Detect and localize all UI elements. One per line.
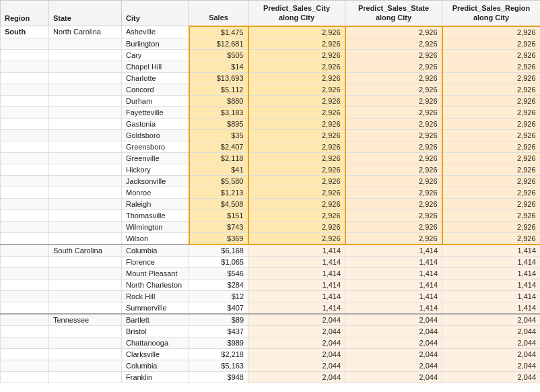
pred3-cell: 2,926 [442, 232, 541, 244]
sales-cell: $13,693 [189, 72, 248, 84]
state-cell [49, 164, 122, 175]
state-cell [49, 106, 122, 118]
table-row: Thomasville$1512,9262,9262,926 [1, 209, 541, 221]
sales-cell: $3,183 [189, 106, 248, 118]
region-cell [1, 279, 49, 290]
state-cell [49, 267, 122, 279]
pred2-cell: 1,414 [345, 290, 442, 302]
table-row: Bristol$4372,0442,0442,044 [1, 325, 541, 337]
pred1-cell: 1,414 [248, 290, 345, 302]
table-row: Goldsboro$352,9262,9262,926 [1, 129, 541, 141]
pred2-cell: 2,044 [345, 371, 442, 383]
sales-cell: $437 [189, 325, 248, 337]
region-cell [1, 302, 49, 314]
table-row: Charlotte$13,6932,9262,9262,926 [1, 72, 541, 84]
pred2-cell: 2,044 [345, 314, 442, 326]
pred1-cell: 2,926 [248, 84, 345, 95]
pred1-cell: 2,926 [248, 26, 345, 38]
pred2-cell: 2,926 [345, 187, 442, 198]
pred2-cell: 2,926 [345, 129, 442, 141]
pred3-cell: 2,926 [442, 152, 541, 164]
state-cell [49, 325, 122, 337]
pred2-cell: 2,044 [345, 325, 442, 337]
region-cell [1, 95, 49, 106]
pred3-cell: 2,926 [442, 129, 541, 141]
city-cell: Charlotte [122, 72, 189, 84]
city-cell: Chapel Hill [122, 61, 189, 72]
city-cell: Durham [122, 95, 189, 106]
pred2-cell: 2,926 [345, 95, 442, 106]
region-cell [1, 164, 49, 175]
pred1-cell: 1,414 [248, 267, 345, 279]
table-row: Wilmington$7432,9262,9262,926 [1, 221, 541, 232]
pred3-cell: 2,926 [442, 118, 541, 129]
col-header-state: State [49, 1, 122, 26]
pred2-cell: 2,926 [345, 221, 442, 232]
sales-cell: $151 [189, 209, 248, 221]
pred2-cell: 1,414 [345, 302, 442, 314]
pred1-cell: 2,926 [248, 232, 345, 244]
region-cell [1, 187, 49, 198]
sales-cell: $1,475 [189, 26, 248, 38]
sales-cell: $2,218 [189, 348, 248, 360]
pred2-cell: 2,926 [345, 164, 442, 175]
sales-cell: $895 [189, 118, 248, 129]
city-cell: Columbia [122, 360, 189, 371]
table-row: South CarolinaColumbia$6,1681,4141,4141,… [1, 244, 541, 257]
pred2-cell: 2,926 [345, 232, 442, 244]
city-cell: Wilmington [122, 221, 189, 232]
city-cell: Columbia [122, 244, 189, 257]
city-cell: Summerville [122, 302, 189, 314]
table-row: Wilson$3692,9262,9262,926 [1, 232, 541, 244]
region-cell [1, 348, 49, 360]
region-cell [1, 360, 49, 371]
region-cell [1, 221, 49, 232]
col-header-pred2: Predict_Sales_State along City [345, 1, 442, 26]
state-cell [49, 337, 122, 348]
pred1-cell: 2,044 [248, 325, 345, 337]
pred3-cell: 2,044 [442, 337, 541, 348]
region-cell [1, 232, 49, 244]
table-row: Concord$5,1122,9262,9262,926 [1, 84, 541, 95]
pred1-cell: 2,926 [248, 49, 345, 61]
state-cell [49, 221, 122, 232]
sales-cell: $989 [189, 337, 248, 348]
pred2-cell: 2,044 [345, 348, 442, 360]
region-cell [1, 198, 49, 209]
state-cell [49, 279, 122, 290]
region-cell [1, 267, 49, 279]
region-cell [1, 152, 49, 164]
pred2-cell: 2,926 [345, 84, 442, 95]
state-cell [49, 129, 122, 141]
city-cell: North Charleston [122, 279, 189, 290]
pred3-cell: 2,926 [442, 106, 541, 118]
region-cell [1, 129, 49, 141]
region-cell [1, 175, 49, 187]
region-cell: South [1, 26, 49, 38]
pred3-cell: 2,044 [442, 360, 541, 371]
state-cell [49, 256, 122, 267]
sales-cell: $41 [189, 164, 248, 175]
pred3-cell: 1,414 [442, 279, 541, 290]
state-cell: Tennessee [49, 314, 122, 326]
table-row: Greensboro$2,4072,9262,9262,926 [1, 141, 541, 152]
pred1-cell: 2,926 [248, 141, 345, 152]
pred2-cell: 2,044 [345, 360, 442, 371]
pred2-cell: 1,414 [345, 256, 442, 267]
region-cell [1, 337, 49, 348]
pred3-cell: 2,044 [442, 325, 541, 337]
table-row: SouthNorth CarolinaAsheville$1,4752,9262… [1, 26, 541, 38]
region-cell [1, 256, 49, 267]
state-cell [49, 232, 122, 244]
region-cell [1, 49, 49, 61]
sales-cell: $880 [189, 95, 248, 106]
state-cell [49, 95, 122, 106]
pred1-cell: 2,044 [248, 348, 345, 360]
city-cell: Clarksville [122, 348, 189, 360]
state-cell [49, 360, 122, 371]
state-cell [49, 175, 122, 187]
city-cell: Rock Hill [122, 290, 189, 302]
pred3-cell: 2,044 [442, 371, 541, 383]
pred1-cell: 2,926 [248, 187, 345, 198]
pred1-cell: 2,926 [248, 209, 345, 221]
